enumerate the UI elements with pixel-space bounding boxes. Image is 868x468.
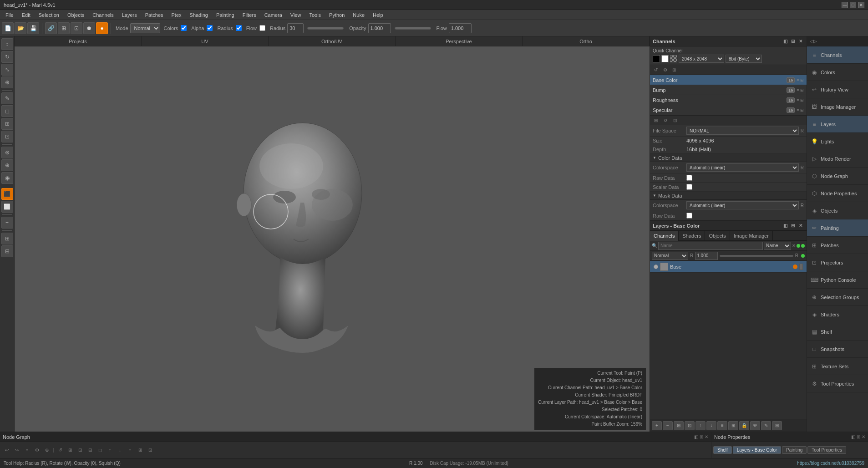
channels-grid-icon[interactable]: ⊞ [670, 66, 678, 74]
raw-data-checkbox[interactable] [686, 175, 692, 181]
nodeprops-icon3[interactable]: ✕ [862, 434, 865, 439]
panel-item-imgmgr[interactable]: 🖼 Image Manager [807, 98, 868, 116]
mask-colorspace-select[interactable]: Automatic (linear) [686, 201, 799, 209]
tab-uv[interactable]: UV [142, 36, 269, 46]
layers-flat-btn[interactable]: ≡ [717, 421, 727, 430]
flow-input[interactable] [449, 23, 472, 33]
layers-tab-shaders[interactable]: Shaders [679, 231, 705, 241]
layers-group-btn[interactable]: ⊞ [728, 421, 738, 430]
panel-item-nodeprops[interactable]: ⬡ Node Properties [807, 185, 868, 202]
ng-icon-5[interactable]: ⊕ [43, 446, 51, 454]
tool-select[interactable]: ⊕ [1, 76, 13, 88]
tool-scale[interactable]: ⤡ [1, 64, 13, 76]
tool-grab[interactable]: ◉ [1, 172, 13, 184]
color-data-header[interactable]: ▼ Color Data [650, 154, 807, 162]
viewport-3d[interactable]: Current Tool: Paint (P) Current Object: … [15, 46, 650, 432]
ch-icon-3[interactable]: ⊡ [671, 116, 679, 124]
record-btn[interactable]: ⏺ [83, 22, 95, 34]
layers-up-btn[interactable]: ↑ [695, 421, 706, 430]
opacity-input[interactable] [368, 23, 391, 33]
panel-item-shaders[interactable]: ◈ Shaders [807, 306, 868, 323]
panel-item-nodegraph[interactable]: ⬡ Node Graph [807, 168, 868, 185]
tab-projects[interactable]: Projects [15, 36, 142, 46]
menu-python[interactable]: Python [325, 11, 348, 19]
panel-item-objects[interactable]: ◈ Objects [807, 202, 868, 219]
channels-settings-icon[interactable]: ⚙ [661, 66, 669, 74]
nodeprops-icon1[interactable]: ◧ [851, 434, 855, 439]
ng-icon-2[interactable]: ↪ [13, 446, 21, 454]
channel-item-bump[interactable]: Bump 16 ≡ ⊞ [650, 85, 807, 95]
layer-vis-base[interactable] [654, 265, 658, 269]
layers-search-select[interactable]: Name [764, 242, 791, 250]
layers-undock-icon[interactable]: ◧ [782, 223, 788, 229]
radius2-checkbox[interactable] [259, 25, 265, 31]
menu-camera[interactable]: Camera [261, 11, 286, 19]
align-btn[interactable]: ⊞ [58, 22, 70, 34]
blend-mode-select[interactable]: Normal [652, 252, 688, 260]
menu-help[interactable]: Help [369, 11, 387, 19]
panel-item-painting[interactable]: ✏ Painting [807, 219, 868, 237]
layers-close-icon[interactable]: ✕ [797, 223, 804, 229]
layers-tab-imgmgr[interactable]: Image Manager [730, 231, 773, 241]
tool-extra3[interactable]: ⊟ [1, 245, 13, 257]
panel-item-python[interactable]: ⌨ Python Console [807, 271, 868, 289]
panel-item-shelf[interactable]: ▤ Shelf [807, 323, 868, 341]
ng-icon-14[interactable]: ⊞ [136, 446, 144, 454]
menu-view[interactable]: View [287, 11, 305, 19]
mask-data-header[interactable]: ▼ Mask Data [650, 192, 807, 200]
menu-objects[interactable]: Objects [64, 11, 88, 19]
mask-r-btn[interactable]: R [801, 203, 804, 208]
layers-tab-channels[interactable]: Channels [650, 231, 679, 241]
file-space-select[interactable]: NORMAL [686, 127, 799, 135]
menu-nuke[interactable]: Nuke [349, 11, 368, 19]
close-btn[interactable]: ✕ [858, 2, 864, 8]
node-graph-icon1[interactable]: ◧ [694, 434, 698, 439]
br-tab-shelf[interactable]: Shelf [713, 446, 732, 454]
menu-layers[interactable]: Layers [118, 11, 141, 19]
tool-extra1[interactable]: + [1, 217, 13, 229]
layers-search-input[interactable] [658, 242, 763, 250]
ng-icon-1[interactable]: ↩ [3, 446, 11, 454]
channels-close-icon[interactable]: ✕ [797, 38, 804, 45]
tool-extra2[interactable]: ⊞ [1, 233, 13, 244]
mode-select[interactable]: Normal [130, 23, 160, 33]
swatch-white[interactable] [661, 55, 669, 62]
layers-grid-btn[interactable]: ⊞ [772, 421, 782, 430]
flow-slider[interactable] [395, 27, 431, 30]
tool-clone[interactable]: ⊕ [1, 159, 13, 171]
colorspace-r-btn[interactable]: R [801, 165, 804, 170]
panel-item-projectors[interactable]: ⊡ Projectors [807, 254, 868, 271]
tab-orthouv[interactable]: Ortho/UV [269, 36, 396, 46]
merge-btn[interactable]: ⊡ [71, 22, 82, 34]
ch-icon-1[interactable]: ⊞ [652, 116, 660, 124]
blend-opacity-slider[interactable] [720, 255, 793, 257]
menu-tools[interactable]: Tools [305, 11, 325, 19]
ng-icon-3[interactable]: ○ [23, 446, 31, 454]
open-btn[interactable]: 📂 [15, 22, 26, 34]
tool-color[interactable]: ⬜ [1, 201, 13, 213]
layers-add-btn[interactable]: + [652, 421, 662, 430]
tool-active-paint[interactable]: ⬛ [1, 188, 13, 200]
ng-icon-7[interactable]: ⊞ [66, 446, 74, 454]
ng-icon-15[interactable]: ⊡ [146, 446, 154, 454]
menu-channels[interactable]: Channels [89, 11, 117, 19]
window-controls[interactable]: — □ ✕ [842, 2, 864, 8]
br-tab-layers[interactable]: Layers - Base Color [733, 446, 781, 454]
tool-stamp[interactable]: ⊡ [1, 131, 13, 142]
ng-icon-10[interactable]: ◻ [96, 446, 104, 454]
opacity-slider[interactable] [307, 27, 344, 30]
ng-icon-6[interactable]: ↺ [56, 446, 64, 454]
tab-perspective[interactable]: Perspective [396, 36, 523, 46]
layers-expand-icon[interactable]: ⊞ [790, 223, 796, 229]
menu-shading[interactable]: Shading [186, 11, 212, 19]
br-tab-toolprops[interactable]: Tool Properties [807, 446, 846, 454]
node-graph-icon3[interactable]: ✕ [705, 434, 708, 439]
br-tab-painting[interactable]: Painting [782, 446, 807, 454]
nodeprops-icon2[interactable]: ⊞ [857, 434, 860, 439]
tab-ortho[interactable]: Ortho [523, 36, 650, 46]
menu-edit[interactable]: Edit [18, 11, 34, 19]
scalar-data-checkbox[interactable] [686, 184, 692, 190]
panel-item-patches[interactable]: ⊞ Patches [807, 237, 868, 254]
ng-icon-12[interactable]: ↓ [116, 446, 124, 454]
layers-vis-btn[interactable]: 👁 [750, 421, 760, 430]
